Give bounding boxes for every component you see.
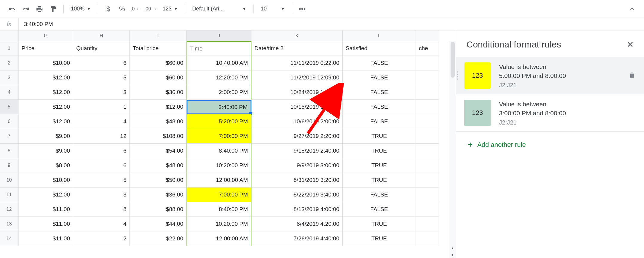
scrollbar-thumb[interactable] <box>451 42 455 78</box>
header-cell[interactable]: Time <box>187 41 251 56</box>
data-cell[interactable] <box>416 56 439 70</box>
data-cell[interactable]: 10/15/2019 1:40:00 <box>251 100 343 114</box>
row-header[interactable]: 14 <box>0 231 19 246</box>
paint-format-button[interactable] <box>47 3 59 15</box>
data-cell[interactable]: $8.00 <box>19 158 73 173</box>
data-cell[interactable]: 6 <box>73 158 130 173</box>
data-cell[interactable]: $54.00 <box>130 144 187 158</box>
data-cell[interactable] <box>416 129 439 144</box>
data-cell[interactable]: TRUE <box>343 158 416 173</box>
data-cell[interactable]: 8:40:00 PM <box>187 202 251 217</box>
more-button[interactable]: ••• <box>296 3 308 15</box>
data-cell[interactable]: FALSE <box>343 56 416 70</box>
data-cell[interactable]: $88.00 <box>130 202 187 217</box>
data-cell[interactable]: $9.00 <box>19 144 73 158</box>
data-cell[interactable]: $44.00 <box>130 217 187 231</box>
data-cell[interactable]: 3:40:00 PM <box>187 100 251 114</box>
data-cell[interactable]: $9.00 <box>19 129 73 144</box>
data-cell[interactable]: TRUE <box>343 144 416 158</box>
row-header[interactable]: 10 <box>0 173 19 188</box>
data-cell[interactable]: 4 <box>73 217 130 231</box>
data-cell[interactable]: $60.00 <box>130 70 187 85</box>
close-sidebar-button[interactable]: ✕ <box>627 40 634 50</box>
data-cell[interactable]: $12.00 <box>19 85 73 100</box>
data-cell[interactable]: 11/2/2019 12:09:00 <box>251 70 343 85</box>
data-cell[interactable]: 9/9/2019 3:00:00 <box>251 158 343 173</box>
row-header[interactable]: 7 <box>0 129 19 144</box>
row-header[interactable]: 13 <box>0 217 19 231</box>
data-cell[interactable]: 12:20:00 PM <box>187 70 251 85</box>
currency-button[interactable]: $ <box>102 3 114 15</box>
add-rule-button[interactable]: + Add another rule <box>456 132 644 158</box>
data-cell[interactable]: $48.00 <box>130 158 187 173</box>
data-cell[interactable]: $48.00 <box>130 114 187 129</box>
scroll-up-icon[interactable]: ▲ <box>450 245 455 251</box>
row-header[interactable]: 8 <box>0 144 19 158</box>
data-cell[interactable]: FALSE <box>343 100 416 114</box>
data-cell[interactable]: 6 <box>73 144 130 158</box>
column-header[interactable]: I <box>130 30 187 41</box>
data-cell[interactable] <box>416 202 439 217</box>
format-rule-2[interactable]: 123 Value is between3:00:00 PM and 8:00:… <box>456 94 644 132</box>
undo-button[interactable] <box>6 3 18 15</box>
font-dropdown[interactable]: Default (Ari...▼ <box>189 6 249 12</box>
row-header[interactable]: 4 <box>0 85 19 100</box>
data-cell[interactable] <box>416 114 439 129</box>
data-cell[interactable]: 3 <box>73 85 130 100</box>
data-cell[interactable]: $60.00 <box>130 56 187 70</box>
data-cell[interactable]: TRUE <box>343 231 416 246</box>
data-cell[interactable]: 8 <box>73 202 130 217</box>
data-cell[interactable]: 8:40:00 PM <box>187 144 251 158</box>
header-cell[interactable]: Price <box>19 41 73 56</box>
data-cell[interactable]: $11.00 <box>19 231 73 246</box>
data-cell[interactable]: $12.00 <box>130 100 187 114</box>
data-cell[interactable] <box>416 144 439 158</box>
data-cell[interactable] <box>416 158 439 173</box>
column-header[interactable]: K <box>251 30 343 41</box>
data-cell[interactable]: 2 <box>73 231 130 246</box>
data-cell[interactable]: TRUE <box>343 173 416 188</box>
data-cell[interactable]: $36.00 <box>130 85 187 100</box>
data-cell[interactable]: $36.00 <box>130 188 187 202</box>
data-cell[interactable]: 10/24/2019 1:20:00 <box>251 85 343 100</box>
data-cell[interactable]: 5:20:00 PM <box>187 114 251 129</box>
data-cell[interactable]: 10:20:00 PM <box>187 158 251 173</box>
data-cell[interactable]: 8/22/2019 3:40:00 <box>251 188 343 202</box>
header-cell[interactable]: Satisfied <box>343 41 416 56</box>
data-cell[interactable]: 5 <box>73 173 130 188</box>
data-cell[interactable]: 12 <box>73 129 130 144</box>
data-cell[interactable] <box>416 100 439 114</box>
decrease-decimal-button[interactable]: .0 ← <box>130 3 142 15</box>
data-cell[interactable]: 8/4/2019 4:20:00 <box>251 217 343 231</box>
data-cell[interactable]: 8/31/2019 3:20:00 <box>251 173 343 188</box>
increase-decimal-button[interactable]: .00 → <box>144 3 158 15</box>
row-header[interactable]: 2 <box>0 56 19 70</box>
select-all-corner[interactable] <box>0 30 19 41</box>
data-cell[interactable]: $12.00 <box>19 114 73 129</box>
data-cell[interactable]: $50.00 <box>130 173 187 188</box>
data-cell[interactable]: 12:00:00 AM <box>187 173 251 188</box>
font-size-dropdown[interactable]: 10▼ <box>258 6 288 12</box>
data-cell[interactable] <box>416 173 439 188</box>
data-cell[interactable]: $10.00 <box>19 56 73 70</box>
data-cell[interactable]: $12.00 <box>19 70 73 85</box>
data-cell[interactable]: 7/26/2019 4:40:00 <box>251 231 343 246</box>
data-cell[interactable]: TRUE <box>343 217 416 231</box>
zoom-dropdown[interactable]: 100%▼ <box>68 6 94 12</box>
data-cell[interactable]: 5 <box>73 70 130 85</box>
data-cell[interactable]: 10:20:00 PM <box>187 217 251 231</box>
data-cell[interactable]: TRUE <box>343 129 416 144</box>
scroll-down-icon[interactable]: ▼ <box>450 252 455 257</box>
row-header[interactable]: 9 <box>0 158 19 173</box>
data-cell[interactable]: $12.00 <box>19 100 73 114</box>
data-cell[interactable]: 4 <box>73 114 130 129</box>
collapse-toolbar-button[interactable] <box>626 3 638 15</box>
data-cell[interactable]: 7:00:00 PM <box>187 188 251 202</box>
header-cell[interactable]: Total price <box>130 41 187 56</box>
data-cell[interactable]: FALSE <box>343 85 416 100</box>
percent-button[interactable]: % <box>116 3 128 15</box>
data-cell[interactable]: 9/27/2019 2:20:00 <box>251 129 343 144</box>
format-rule-1[interactable]: 123 Value is between5:00:00 PM and 8:00:… <box>456 57 644 94</box>
spreadsheet-grid[interactable]: GHIJKL1PriceQuantityTotal priceTimeDate/… <box>0 30 456 258</box>
data-cell[interactable]: 1 <box>73 100 130 114</box>
